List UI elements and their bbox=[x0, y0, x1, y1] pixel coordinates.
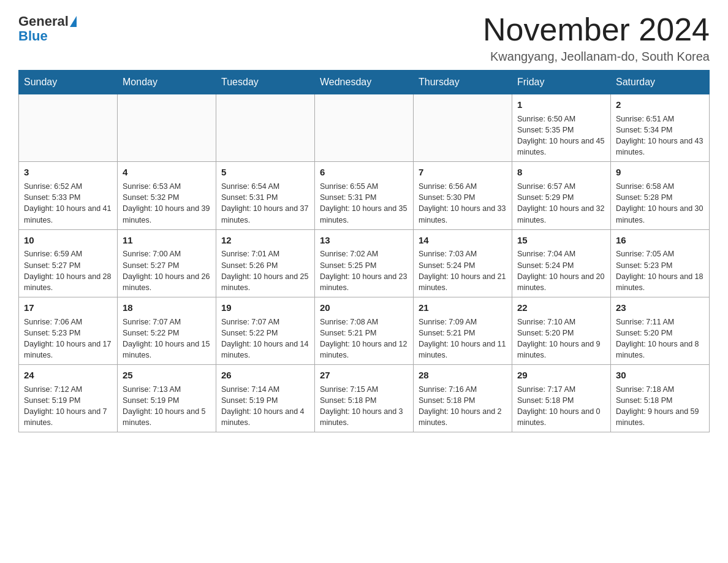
day-number: 3 bbox=[24, 166, 112, 179]
day-info: Sunrise: 6:50 AM Sunset: 5:35 PM Dayligh… bbox=[517, 113, 605, 158]
calendar-header-monday: Monday bbox=[118, 71, 216, 94]
day-info: Sunrise: 7:10 AM Sunset: 5:20 PM Dayligh… bbox=[517, 316, 605, 361]
calendar-cell: 1Sunrise: 6:50 AM Sunset: 5:35 PM Daylig… bbox=[512, 94, 611, 162]
day-number: 12 bbox=[221, 234, 309, 247]
title-block: November 2024 Kwangyang, Jeollanam-do, S… bbox=[483, 12, 710, 64]
calendar-week-3: 10Sunrise: 6:59 AM Sunset: 5:27 PM Dayli… bbox=[19, 229, 710, 297]
day-number: 20 bbox=[320, 301, 408, 315]
calendar-cell: 17Sunrise: 7:06 AM Sunset: 5:23 PM Dayli… bbox=[19, 297, 118, 364]
day-info: Sunrise: 6:53 AM Sunset: 5:32 PM Dayligh… bbox=[123, 181, 211, 226]
day-number: 29 bbox=[517, 369, 605, 382]
calendar-cell: 4Sunrise: 6:53 AM Sunset: 5:32 PM Daylig… bbox=[118, 162, 216, 229]
day-info: Sunrise: 6:55 AM Sunset: 5:31 PM Dayligh… bbox=[320, 181, 408, 226]
day-info: Sunrise: 7:05 AM Sunset: 5:23 PM Dayligh… bbox=[616, 248, 704, 293]
day-number: 28 bbox=[419, 369, 507, 382]
day-info: Sunrise: 7:12 AM Sunset: 5:19 PM Dayligh… bbox=[24, 384, 112, 429]
day-number: 8 bbox=[517, 166, 605, 179]
day-number: 13 bbox=[320, 234, 408, 247]
day-info: Sunrise: 7:09 AM Sunset: 5:21 PM Dayligh… bbox=[419, 316, 507, 361]
day-info: Sunrise: 6:59 AM Sunset: 5:27 PM Dayligh… bbox=[24, 248, 112, 293]
day-number: 26 bbox=[221, 369, 309, 382]
day-info: Sunrise: 7:04 AM Sunset: 5:24 PM Dayligh… bbox=[517, 248, 605, 293]
day-number: 9 bbox=[616, 166, 704, 179]
calendar-week-4: 17Sunrise: 7:06 AM Sunset: 5:23 PM Dayli… bbox=[19, 297, 710, 364]
calendar-cell: 3Sunrise: 6:52 AM Sunset: 5:33 PM Daylig… bbox=[19, 162, 118, 229]
day-info: Sunrise: 7:07 AM Sunset: 5:22 PM Dayligh… bbox=[221, 316, 309, 361]
day-info: Sunrise: 6:58 AM Sunset: 5:28 PM Dayligh… bbox=[616, 181, 704, 226]
day-number: 19 bbox=[221, 301, 309, 315]
day-number: 6 bbox=[320, 166, 408, 179]
calendar-cell bbox=[315, 94, 414, 162]
calendar-table: SundayMondayTuesdayWednesdayThursdayFrid… bbox=[18, 70, 710, 432]
day-info: Sunrise: 7:08 AM Sunset: 5:21 PM Dayligh… bbox=[320, 316, 408, 361]
calendar-cell: 20Sunrise: 7:08 AM Sunset: 5:21 PM Dayli… bbox=[315, 297, 414, 364]
day-number: 23 bbox=[616, 301, 704, 315]
day-number: 24 bbox=[24, 369, 112, 382]
location-title: Kwangyang, Jeollanam-do, South Korea bbox=[483, 50, 710, 64]
calendar-cell: 16Sunrise: 7:05 AM Sunset: 5:23 PM Dayli… bbox=[611, 229, 710, 297]
calendar-cell: 28Sunrise: 7:16 AM Sunset: 5:18 PM Dayli… bbox=[414, 365, 512, 432]
calendar-cell: 23Sunrise: 7:11 AM Sunset: 5:20 PM Dayli… bbox=[611, 297, 710, 364]
day-number: 14 bbox=[419, 234, 507, 247]
month-title: November 2024 bbox=[483, 12, 710, 47]
calendar-cell bbox=[19, 94, 118, 162]
day-info: Sunrise: 6:56 AM Sunset: 5:30 PM Dayligh… bbox=[419, 181, 507, 226]
day-number: 18 bbox=[123, 301, 211, 315]
calendar-cell: 21Sunrise: 7:09 AM Sunset: 5:21 PM Dayli… bbox=[414, 297, 512, 364]
calendar-cell: 8Sunrise: 6:57 AM Sunset: 5:29 PM Daylig… bbox=[512, 162, 611, 229]
day-number: 5 bbox=[221, 166, 309, 179]
calendar-cell bbox=[414, 94, 512, 162]
day-info: Sunrise: 7:17 AM Sunset: 5:18 PM Dayligh… bbox=[517, 384, 605, 429]
calendar-cell: 22Sunrise: 7:10 AM Sunset: 5:20 PM Dayli… bbox=[512, 297, 611, 364]
logo-triangle-icon bbox=[70, 16, 77, 27]
calendar-cell bbox=[216, 94, 315, 162]
calendar-header-saturday: Saturday bbox=[611, 71, 710, 94]
day-info: Sunrise: 7:01 AM Sunset: 5:26 PM Dayligh… bbox=[221, 248, 309, 293]
calendar-cell: 29Sunrise: 7:17 AM Sunset: 5:18 PM Dayli… bbox=[512, 365, 611, 432]
calendar-header-sunday: Sunday bbox=[19, 71, 118, 94]
day-number: 30 bbox=[616, 369, 704, 382]
day-number: 22 bbox=[517, 301, 605, 315]
day-info: Sunrise: 7:14 AM Sunset: 5:19 PM Dayligh… bbox=[221, 384, 309, 429]
calendar-cell: 2Sunrise: 6:51 AM Sunset: 5:34 PM Daylig… bbox=[611, 94, 710, 162]
calendar-cell bbox=[118, 94, 216, 162]
calendar-cell: 24Sunrise: 7:12 AM Sunset: 5:19 PM Dayli… bbox=[19, 365, 118, 432]
calendar-cell: 15Sunrise: 7:04 AM Sunset: 5:24 PM Dayli… bbox=[512, 229, 611, 297]
day-number: 15 bbox=[517, 234, 605, 247]
calendar-week-5: 24Sunrise: 7:12 AM Sunset: 5:19 PM Dayli… bbox=[19, 365, 710, 432]
logo-general-text: General bbox=[18, 15, 69, 28]
day-info: Sunrise: 7:03 AM Sunset: 5:24 PM Dayligh… bbox=[419, 248, 507, 293]
day-number: 17 bbox=[24, 301, 112, 315]
calendar-cell: 11Sunrise: 7:00 AM Sunset: 5:27 PM Dayli… bbox=[118, 229, 216, 297]
day-number: 4 bbox=[123, 166, 211, 179]
day-info: Sunrise: 7:06 AM Sunset: 5:23 PM Dayligh… bbox=[24, 316, 112, 361]
day-number: 11 bbox=[123, 234, 211, 247]
day-info: Sunrise: 6:52 AM Sunset: 5:33 PM Dayligh… bbox=[24, 181, 112, 226]
day-info: Sunrise: 6:51 AM Sunset: 5:34 PM Dayligh… bbox=[616, 113, 704, 158]
calendar-cell: 18Sunrise: 7:07 AM Sunset: 5:22 PM Dayli… bbox=[118, 297, 216, 364]
day-number: 21 bbox=[419, 301, 507, 315]
day-info: Sunrise: 7:02 AM Sunset: 5:25 PM Dayligh… bbox=[320, 248, 408, 293]
calendar-header-friday: Friday bbox=[512, 71, 611, 94]
day-info: Sunrise: 7:00 AM Sunset: 5:27 PM Dayligh… bbox=[123, 248, 211, 293]
day-number: 16 bbox=[616, 234, 704, 247]
day-info: Sunrise: 7:18 AM Sunset: 5:18 PM Dayligh… bbox=[616, 384, 704, 429]
calendar-header-row: SundayMondayTuesdayWednesdayThursdayFrid… bbox=[19, 71, 710, 94]
calendar-cell: 30Sunrise: 7:18 AM Sunset: 5:18 PM Dayli… bbox=[611, 365, 710, 432]
calendar-week-2: 3Sunrise: 6:52 AM Sunset: 5:33 PM Daylig… bbox=[19, 162, 710, 229]
day-info: Sunrise: 7:15 AM Sunset: 5:18 PM Dayligh… bbox=[320, 384, 408, 429]
day-info: Sunrise: 7:07 AM Sunset: 5:22 PM Dayligh… bbox=[123, 316, 211, 361]
calendar-cell: 26Sunrise: 7:14 AM Sunset: 5:19 PM Dayli… bbox=[216, 365, 315, 432]
calendar-cell: 7Sunrise: 6:56 AM Sunset: 5:30 PM Daylig… bbox=[414, 162, 512, 229]
day-info: Sunrise: 7:16 AM Sunset: 5:18 PM Dayligh… bbox=[419, 384, 507, 429]
logo: General Blue bbox=[18, 15, 77, 44]
day-info: Sunrise: 6:57 AM Sunset: 5:29 PM Dayligh… bbox=[517, 181, 605, 226]
calendar-header-tuesday: Tuesday bbox=[216, 71, 315, 94]
calendar-cell: 9Sunrise: 6:58 AM Sunset: 5:28 PM Daylig… bbox=[611, 162, 710, 229]
day-number: 25 bbox=[123, 369, 211, 382]
calendar-cell: 6Sunrise: 6:55 AM Sunset: 5:31 PM Daylig… bbox=[315, 162, 414, 229]
day-number: 2 bbox=[616, 98, 704, 112]
day-number: 7 bbox=[419, 166, 507, 179]
day-number: 1 bbox=[517, 98, 605, 112]
calendar-cell: 14Sunrise: 7:03 AM Sunset: 5:24 PM Dayli… bbox=[414, 229, 512, 297]
